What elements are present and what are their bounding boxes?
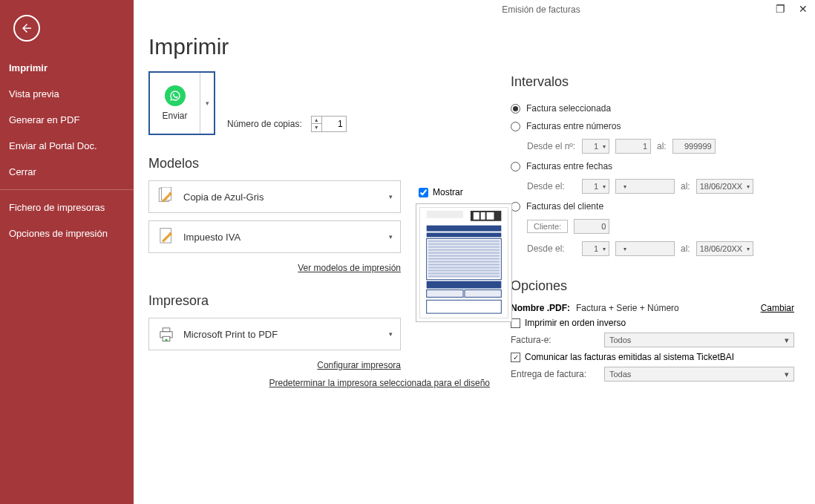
desde-fecha-combo[interactable]: 1▾: [582, 179, 609, 194]
svg-rect-4: [163, 328, 170, 332]
radio-entre-numeros-label: Facturas entre números: [526, 121, 621, 131]
svg-rect-18: [428, 249, 500, 251]
document-icon: [157, 227, 176, 246]
svg-rect-31: [427, 300, 502, 313]
back-button[interactable]: [13, 15, 40, 42]
invoice-preview: [419, 207, 508, 318]
svg-rect-26: [428, 272, 500, 275]
copies-spinner[interactable]: ▲▼: [312, 117, 322, 131]
printer-selector[interactable]: Microsoft Print to PDF ▾: [148, 318, 401, 350]
radio-cliente-label: Facturas del cliente: [526, 201, 603, 212]
svg-rect-10: [481, 212, 485, 220]
window-title: Emisión de facturas: [267, 0, 815, 19]
desde-num-combo[interactable]: 1▾: [582, 139, 609, 154]
whatsapp-icon: [165, 85, 186, 106]
page-title: Imprimir: [148, 34, 490, 59]
document-icon: [157, 187, 176, 206]
window-restore-icon[interactable]: ❐: [773, 3, 788, 15]
cambiar-link[interactable]: Cambiar: [761, 303, 794, 313]
sidebar-item-fichero-impresoras[interactable]: Fichero de impresoras: [0, 194, 134, 220]
svg-rect-22: [428, 261, 500, 263]
sidebar-item-cerrar[interactable]: Cerrar: [0, 159, 134, 185]
cliente-al-label: al:: [681, 243, 690, 254]
svg-rect-15: [428, 240, 500, 242]
svg-rect-29: [427, 290, 463, 298]
al-label: al:: [657, 141, 667, 151]
sidebar-item-imprimir[interactable]: Imprimir: [0, 55, 134, 81]
cliente-desde-combo[interactable]: 1▾: [582, 241, 609, 256]
predeterminar-impresora-link[interactable]: Predeterminar la impresora seleccionada …: [269, 378, 491, 388]
al-fecha-label: al:: [681, 181, 690, 192]
ticketbai-label: Comunicar las facturas emitidas al siste…: [525, 352, 734, 362]
send-dropdown[interactable]: ▾: [200, 73, 214, 134]
svg-rect-20: [428, 255, 500, 257]
desde-num-label: Desde el nº:: [527, 141, 576, 151]
model-1-selector[interactable]: Copia de Azul-Gris ▾: [148, 180, 401, 213]
radio-entre-numeros[interactable]: [511, 122, 520, 131]
chevron-down-icon: ▾: [389, 330, 393, 338]
ver-modelos-link[interactable]: Ver modelos de impresión: [298, 263, 401, 273]
cliente-label: Cliente:: [527, 220, 568, 233]
svg-rect-17: [428, 246, 500, 248]
entrega-label: Entrega de factura:: [511, 369, 597, 379]
mostrar-checkbox[interactable]: [419, 188, 428, 197]
hasta-fecha-date[interactable]: 18/06/20XX▾: [696, 179, 754, 194]
pdf-name-value: Factura + Serie + Número: [576, 303, 679, 313]
arrow-left-icon: [20, 22, 33, 35]
hasta-num-input[interactable]: [672, 139, 716, 154]
send-split-button: Enviar ▾: [148, 71, 215, 135]
send-button-label: Enviar: [162, 111, 187, 121]
chevron-down-icon: ▾: [389, 193, 393, 200]
facturae-label: Factura-e:: [511, 335, 597, 345]
svg-rect-13: [427, 233, 502, 238]
svg-rect-19: [428, 252, 500, 254]
svg-rect-28: [427, 281, 502, 289]
cliente-desde-date[interactable]: ▾: [615, 241, 675, 256]
preview-container[interactable]: [416, 203, 512, 322]
desde-fecha-date[interactable]: ▾: [615, 179, 675, 194]
svg-rect-24: [428, 266, 500, 269]
svg-rect-16: [428, 243, 500, 245]
sidebar-item-vista-previa[interactable]: Vista previa: [0, 81, 134, 107]
model-2-selector[interactable]: Impuesto IVA ▾: [148, 220, 401, 253]
ticketbai-checkbox[interactable]: [511, 353, 520, 362]
svg-rect-21: [428, 258, 500, 260]
facturae-combo[interactable]: Todos▾: [604, 333, 794, 347]
svg-rect-23: [428, 264, 500, 266]
orden-inverso-label: Imprimir en orden inverso: [525, 318, 626, 328]
desde-num-input[interactable]: [615, 139, 651, 154]
svg-rect-12: [427, 226, 502, 232]
pdf-name-key: Nombre .PDF:: [511, 303, 570, 313]
configurar-impresora-link[interactable]: Configurar impresora: [317, 360, 401, 370]
cliente-hasta-date[interactable]: 18/06/20XX▾: [696, 241, 754, 256]
window-close-icon[interactable]: ✕: [796, 3, 811, 15]
copies-label: Número de copias:: [227, 119, 302, 129]
mostrar-label: Mostrar: [433, 187, 463, 197]
sidebar-item-opciones-impresion[interactable]: Opciones de impresión: [0, 220, 134, 246]
modelos-heading: Modelos: [148, 156, 490, 171]
svg-rect-9: [474, 212, 479, 220]
model-1-label: Copia de Azul-Gris: [183, 192, 264, 203]
sidebar-divider: [0, 189, 134, 190]
svg-rect-7: [427, 211, 463, 218]
cliente-input[interactable]: [574, 219, 609, 234]
send-button[interactable]: Enviar: [150, 73, 200, 134]
copies-input[interactable]: [322, 119, 346, 129]
chevron-down-icon: ▾: [389, 233, 393, 240]
svg-rect-27: [428, 275, 500, 278]
radio-entre-fechas[interactable]: [511, 162, 520, 171]
radio-entre-fechas-label: Facturas entre fechas: [526, 161, 612, 171]
entrega-combo[interactable]: Todas▾: [604, 367, 794, 382]
cliente-desde-label: Desde el:: [527, 243, 576, 254]
sidebar-item-generar-pdf[interactable]: Generar en PDF: [0, 107, 134, 133]
radio-factura-seleccionada[interactable]: [511, 104, 520, 114]
svg-rect-30: [465, 290, 501, 298]
sidebar: Imprimir Vista previa Generar en PDF Env…: [0, 0, 134, 504]
printer-label: Microsoft Print to PDF: [183, 329, 278, 340]
desde-fecha-label: Desde el:: [527, 181, 576, 192]
svg-rect-25: [428, 269, 500, 272]
svg-point-6: [165, 339, 167, 341]
sidebar-item-enviar-portal[interactable]: Enviar al Portal Doc.: [0, 133, 134, 159]
intervalos-heading: Intervalos: [511, 74, 794, 90]
printer-icon: [157, 324, 176, 344]
